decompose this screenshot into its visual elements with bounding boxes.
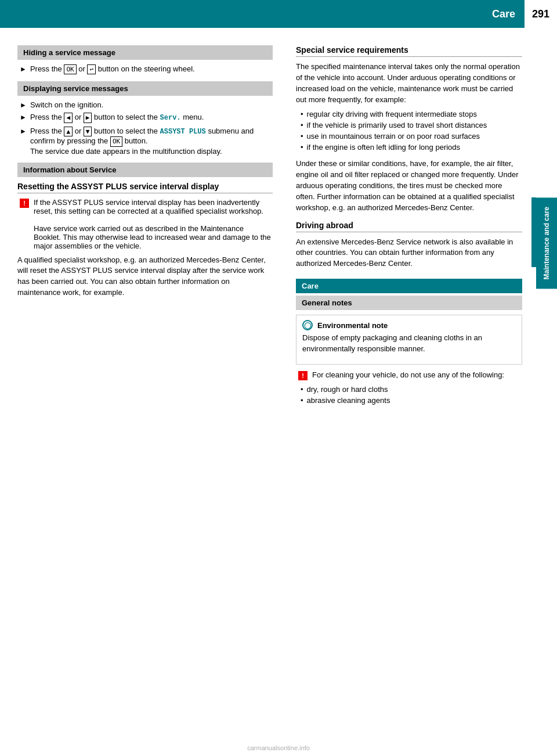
cleaning-bullet-2: • abrasive cleaning agents	[296, 396, 522, 405]
warning-symbol-2: !	[298, 371, 308, 380]
right-column: Special service requirements The specifi…	[284, 39, 557, 756]
header-title: Care	[492, 8, 515, 20]
serv-text: Serv.	[160, 114, 181, 122]
arrow-symbol-2: ►	[20, 113, 27, 123]
special-service-para2: Under these or similar conditions, have,…	[296, 159, 522, 213]
bullet-item-4: • if the engine is often left idling for…	[296, 143, 522, 152]
bullet-dot-4: •	[301, 143, 303, 152]
bullet-dot-3: •	[301, 132, 303, 141]
cleaning-bullet-text-2: abrasive cleaning agents	[307, 396, 390, 405]
page-number: 291	[525, 0, 557, 28]
down-arrow-btn: ▼	[84, 127, 92, 136]
special-service-para1: The specified maintenance interval takes…	[296, 62, 522, 105]
warning-symbol-1: !	[20, 199, 29, 208]
hiding-service-text: Press the OK or ↩ button on the steering…	[30, 64, 195, 74]
warning-item-1: ! If the ASSYST PLUS service interval di…	[17, 198, 273, 250]
ok-btn-2: OK	[110, 136, 122, 146]
care-section-box: Care	[296, 279, 522, 293]
cleaning-bullet-text-1: dry, rough or hard cloths	[307, 385, 388, 394]
bullet-text-1: regular city driving with frequent inter…	[307, 110, 477, 118]
arrow-symbol-3: ►	[20, 127, 27, 156]
bullet-text-3: use in mountainous terrain or on poor ro…	[307, 132, 480, 141]
hiding-service-arrow-item: ► Press the OK or ↩ button on the steeri…	[17, 64, 273, 74]
back-button-inline: ↩	[87, 64, 96, 74]
environmental-note-box: ◯ Environmental note Dispose of empty pa…	[296, 315, 522, 365]
bullet-dot-2: •	[301, 121, 303, 129]
driving-abroad-para: An extensive Mercedes-Benz Service netwo…	[296, 237, 522, 270]
up-arrow-btn: ▲	[64, 127, 73, 136]
bullet-item-2: • if the vehicle is primarily used to tr…	[296, 121, 522, 129]
left-arrow-btn: ◀	[64, 113, 73, 123]
arrow-symbol-1: ►	[20, 101, 27, 109]
displaying-text-2: Press the ◀ or ▶ button to select the Se…	[30, 113, 204, 123]
info-paragraph: A qualified specialist workshop, e.g. an…	[17, 255, 273, 298]
arrow-symbol: ►	[20, 65, 27, 74]
resetting-heading: Resetting the ASSYST PLUS service interv…	[17, 182, 273, 193]
left-column: Hiding a service message ► Press the OK …	[0, 39, 284, 756]
right-arrow-btn: ▶	[84, 113, 92, 123]
environmental-icon: ◯	[302, 320, 313, 330]
ok-button-inline: OK	[64, 64, 76, 74]
driving-abroad-heading: Driving abroad	[296, 221, 522, 232]
cleaning-bullet-1: • dry, rough or hard cloths	[296, 385, 522, 394]
bullet-item-3: • use in mountainous terrain or on poor …	[296, 132, 522, 141]
env-note-title: Environmental note	[317, 321, 388, 330]
cleaning-warning: ! For cleaning your vehicle, do not use …	[296, 370, 522, 380]
bullet-text-4: if the engine is often left idling for l…	[307, 143, 461, 152]
bullet-item-1: • regular city driving with frequent int…	[296, 110, 522, 118]
bullet-text-2: if the vehicle is primarily used to trav…	[307, 121, 487, 129]
env-note-text: Dispose of empty packaging and cleaning …	[302, 333, 516, 355]
displaying-item-1: ► Switch on the ignition.	[17, 100, 273, 109]
warning-text-1: If the ASSYST PLUS service interval disp…	[34, 198, 273, 250]
cleaning-bullet-dot-2: •	[301, 396, 303, 405]
env-note-header: ◯ Environmental note	[302, 320, 516, 330]
main-content: Hiding a service message ► Press the OK …	[0, 39, 557, 756]
watermark: carmanualsontine.info	[247, 744, 310, 751]
cleaning-warning-text: For cleaning your vehicle, do not use an…	[312, 370, 504, 380]
displaying-item-2: ► Press the ◀ or ▶ button to select the …	[17, 113, 273, 123]
header-bar: Care 291	[0, 0, 557, 28]
assyst-plus-text: ASSYST PLUS	[160, 128, 206, 136]
displaying-item-3: ► Press the ▲ or ▼ button to select the …	[17, 127, 273, 156]
information-about-service-box: Information about Service	[17, 163, 273, 177]
displaying-text-3: Press the ▲ or ▼ button to select the AS…	[30, 127, 273, 156]
displaying-service-messages-box: Displaying service messages	[17, 81, 273, 96]
bullet-dot-1: •	[301, 110, 303, 118]
cleaning-bullet-dot-1: •	[301, 385, 303, 394]
special-service-heading: Special service requirements	[296, 45, 522, 57]
hiding-service-message-box: Hiding a service message	[17, 45, 273, 60]
general-notes-box: General notes	[296, 296, 522, 310]
displaying-text-1: Switch on the ignition.	[30, 100, 103, 109]
